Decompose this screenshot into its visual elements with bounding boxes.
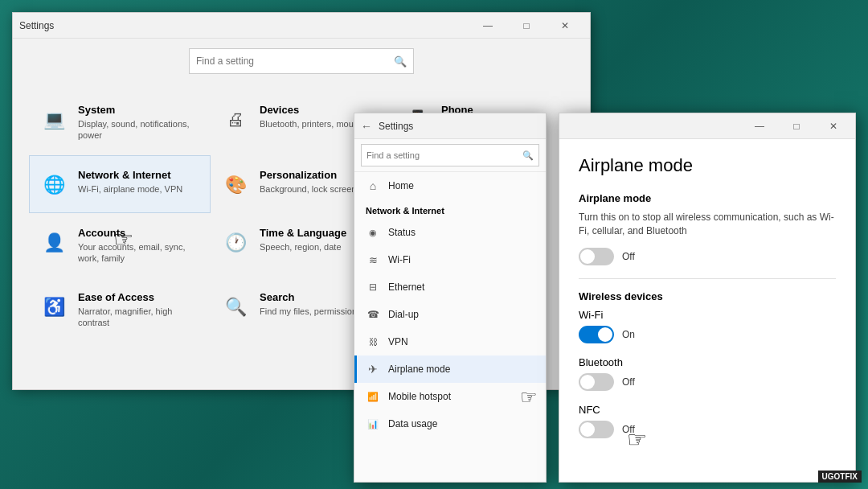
airplane-nav-icon: ✈	[366, 362, 380, 376]
dialup-icon: ☎	[366, 307, 380, 322]
airplane-maximize-btn[interactable]: □	[778, 114, 815, 138]
nav-item-data[interactable]: 📊 Data usage	[354, 410, 546, 438]
bluetooth-toggle-label: Off	[622, 376, 635, 388]
wireless-section-header: Wireless devices	[579, 290, 836, 302]
network-search-box[interactable]: 🔍	[361, 144, 539, 166]
minimize-button[interactable]: —	[469, 14, 506, 38]
bluetooth-setting-row: Bluetooth Off	[579, 356, 836, 391]
back-button[interactable]: ←	[361, 120, 372, 133]
airplane-toggle-label: Off	[622, 251, 635, 262]
search-item-desc: Find my files, permissions...	[260, 306, 369, 317]
time-icon: 🕐	[221, 228, 250, 257]
cursor-hand-mobile: ☞	[520, 386, 538, 409]
watermark: UGOTFIX	[818, 471, 862, 483]
nfc-toggle[interactable]	[579, 421, 614, 438]
network-titlebar: ← Settings	[354, 113, 546, 139]
network-section-title: Network & Internet	[354, 199, 546, 219]
maximize-button[interactable]: □	[508, 14, 545, 38]
main-search-area: 🔍	[13, 39, 590, 84]
ease-desc: Narrator, magnifier, high contrast	[78, 306, 200, 329]
airplane-section-desc: Turn this on to stop all wireless commun…	[579, 211, 836, 238]
accounts-icon: 👤	[39, 228, 68, 257]
main-titlebar-controls: — □ ✕	[469, 14, 583, 38]
nfc-setting-row: NFC Off ☞	[579, 404, 836, 438]
wifi-toggle-label: On	[622, 329, 635, 340]
mobile-icon: 📶	[366, 389, 380, 404]
nav-item-airplane[interactable]: ✈ Airplane mode	[354, 355, 546, 383]
nav-item-mobile[interactable]: 📶 Mobile hotspot ☞	[354, 383, 546, 410]
nfc-label: NFC	[579, 404, 836, 416]
network-icon: 🌐	[39, 171, 68, 199]
ethernet-icon: ⊟	[366, 280, 380, 294]
network-settings-window: ← Settings 🔍 ⌂ Home Network & Internet ◉…	[354, 113, 547, 483]
wifi-label: Wi-Fi	[579, 309, 836, 321]
nav-label-mobile: Mobile hotspot	[388, 391, 451, 402]
nav-item-home[interactable]: ⌂ Home	[354, 172, 546, 199]
nav-item-wifi[interactable]: ≋ Wi-Fi	[354, 246, 546, 273]
home-icon: ⌂	[366, 179, 380, 193]
airplane-close-btn[interactable]: ✕	[815, 114, 852, 138]
settings-item-accounts[interactable]: 👤 Accounts Your accounts, email, sync, w…	[29, 213, 211, 278]
status-icon: ◉	[366, 225, 380, 240]
wifi-icon: ≋	[366, 253, 380, 267]
network-desc: Wi-Fi, airplane mode, VPN	[78, 183, 182, 195]
search-item-title: Search	[260, 291, 369, 303]
data-icon: 📊	[366, 417, 380, 431]
airplane-content: Airplane mode Airplane mode Turn this on…	[559, 139, 855, 467]
network-search-input[interactable]	[366, 150, 519, 160]
accounts-desc: Your accounts, email, sync, work, family	[78, 241, 200, 265]
main-search-box[interactable]: 🔍	[189, 48, 414, 74]
airplane-minimize-btn[interactable]: —	[741, 114, 778, 138]
nav-label-airplane: Airplane mode	[388, 364, 450, 375]
main-window-title: Settings	[19, 20, 54, 31]
wifi-toggle[interactable]	[579, 326, 614, 343]
wifi-setting-row: Wi-Fi On	[579, 309, 836, 343]
nav-label-data: Data usage	[388, 418, 437, 429]
nav-label-vpn: VPN	[388, 336, 408, 347]
nav-item-vpn[interactable]: ⛓ VPN	[354, 328, 546, 355]
airplane-section-header: Airplane mode	[579, 192, 836, 204]
ease-icon: ♿	[39, 293, 68, 322]
nfc-toggle-label: Off	[622, 424, 635, 435]
main-titlebar: Settings — □ ✕	[13, 13, 590, 39]
network-search-icon: 🔍	[522, 150, 534, 161]
network-window-title: Settings	[379, 121, 413, 132]
airplane-toggle-row: Off	[579, 248, 836, 265]
system-icon: 💻	[39, 105, 68, 134]
airplane-page-title: Airplane mode	[579, 155, 836, 176]
main-search-input[interactable]	[196, 55, 389, 67]
nav-label-home: Home	[388, 180, 414, 191]
airplane-toggle[interactable]	[579, 248, 614, 265]
devices-icon: 🖨	[221, 105, 250, 134]
settings-item-ease[interactable]: ♿ Ease of Access Narrator, magnifier, hi…	[29, 277, 211, 343]
nav-label-wifi: Wi-Fi	[388, 254, 411, 265]
time-title: Time & Language	[260, 227, 346, 239]
ease-title: Ease of Access	[78, 291, 200, 303]
airplane-titlebar: — □ ✕	[559, 113, 855, 139]
nav-item-ethernet[interactable]: ⊟ Ethernet	[354, 273, 546, 301]
nav-item-dialup[interactable]: ☎ Dial-up	[354, 301, 546, 328]
bluetooth-label: Bluetooth	[579, 356, 836, 368]
search-item-icon: 🔍	[221, 293, 250, 322]
nav-item-status[interactable]: ◉ Status	[354, 219, 546, 246]
settings-item-system[interactable]: 💻 System Display, sound, notifications, …	[29, 90, 211, 155]
personalization-icon: 🎨	[221, 171, 250, 199]
network-search-area: 🔍	[354, 139, 546, 172]
network-title: Network & Internet	[78, 169, 182, 181]
close-button[interactable]: ✕	[547, 14, 583, 38]
nav-label-dialup: Dial-up	[388, 309, 419, 320]
accounts-title: Accounts	[78, 227, 200, 239]
system-desc: Display, sound, notifications, power	[78, 118, 200, 142]
time-desc: Speech, region, date	[260, 241, 346, 253]
search-icon: 🔍	[394, 55, 407, 68]
bluetooth-toggle[interactable]	[579, 373, 614, 391]
vpn-icon: ⛓	[366, 335, 380, 349]
system-title: System	[78, 104, 200, 116]
settings-item-network[interactable]: 🌐 Network & Internet Wi-Fi, airplane mod…	[29, 155, 211, 213]
nav-label-status: Status	[388, 227, 416, 238]
airplane-mode-window: — □ ✕ Airplane mode Airplane mode Turn t…	[559, 113, 856, 483]
nav-label-ethernet: Ethernet	[388, 281, 424, 293]
